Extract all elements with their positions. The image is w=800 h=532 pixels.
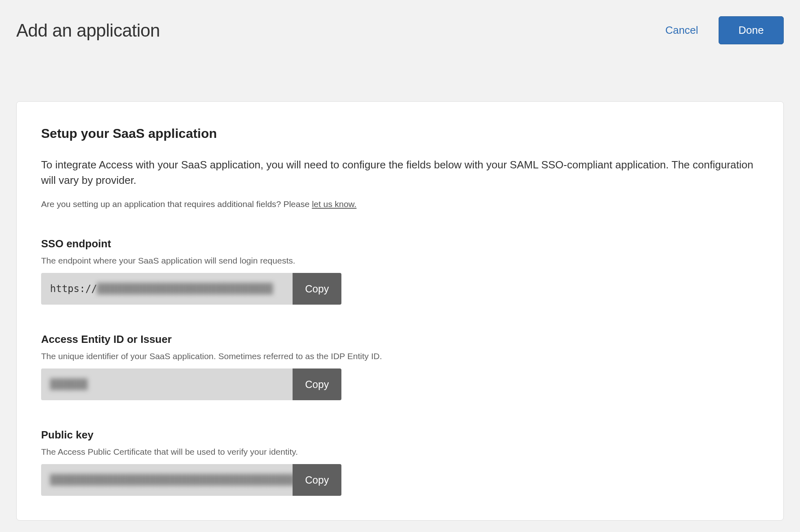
public-key-value-obscured: ███████████████████████████████████████ [50, 474, 293, 486]
top-actions: Cancel Done [665, 16, 784, 44]
sso-endpoint-copy-button[interactable]: Copy [293, 273, 341, 305]
sso-endpoint-value[interactable]: https://████████████████████████████ [41, 273, 293, 305]
public-key-help: The Access Public Certificate that will … [41, 447, 759, 457]
sso-endpoint-value-obscured: ████████████████████████████ [97, 283, 273, 294]
sso-endpoint-help: The endpoint where your SaaS application… [41, 256, 759, 266]
entity-id-value-obscured: ██████ [50, 379, 88, 390]
public-key-block: Public key The Access Public Certificate… [41, 429, 759, 496]
public-key-label: Public key [41, 429, 759, 441]
public-key-row: ███████████████████████████████████████ … [41, 464, 341, 496]
sso-endpoint-block: SSO endpoint The endpoint where your Saa… [41, 238, 759, 305]
note-prefix: Are you setting up an application that r… [41, 199, 312, 209]
sso-endpoint-value-prefix: https:// [50, 283, 97, 294]
sso-endpoint-row: https://████████████████████████████ Cop… [41, 273, 341, 305]
section-title: Setup your SaaS application [41, 126, 759, 141]
page-title: Add an application [16, 20, 160, 41]
section-description: To integrate Access with your SaaS appli… [41, 157, 759, 188]
entity-id-value[interactable]: ██████ [41, 368, 293, 400]
entity-id-row: ██████ Copy [41, 368, 341, 400]
setup-card: Setup your SaaS application To integrate… [16, 101, 784, 521]
additional-fields-note: Are you setting up an application that r… [41, 199, 759, 209]
public-key-value[interactable]: ███████████████████████████████████████ [41, 464, 293, 496]
public-key-copy-button[interactable]: Copy [293, 464, 341, 496]
sso-endpoint-label: SSO endpoint [41, 238, 759, 250]
entity-id-label: Access Entity ID or Issuer [41, 333, 759, 346]
let-us-know-link[interactable]: let us know. [312, 199, 356, 209]
done-button[interactable]: Done [719, 16, 784, 44]
entity-id-copy-button[interactable]: Copy [293, 368, 341, 400]
entity-id-help: The unique identifier of your SaaS appli… [41, 351, 759, 361]
top-bar: Add an application Cancel Done [0, 0, 800, 44]
cancel-button[interactable]: Cancel [665, 24, 698, 37]
entity-id-block: Access Entity ID or Issuer The unique id… [41, 333, 759, 400]
